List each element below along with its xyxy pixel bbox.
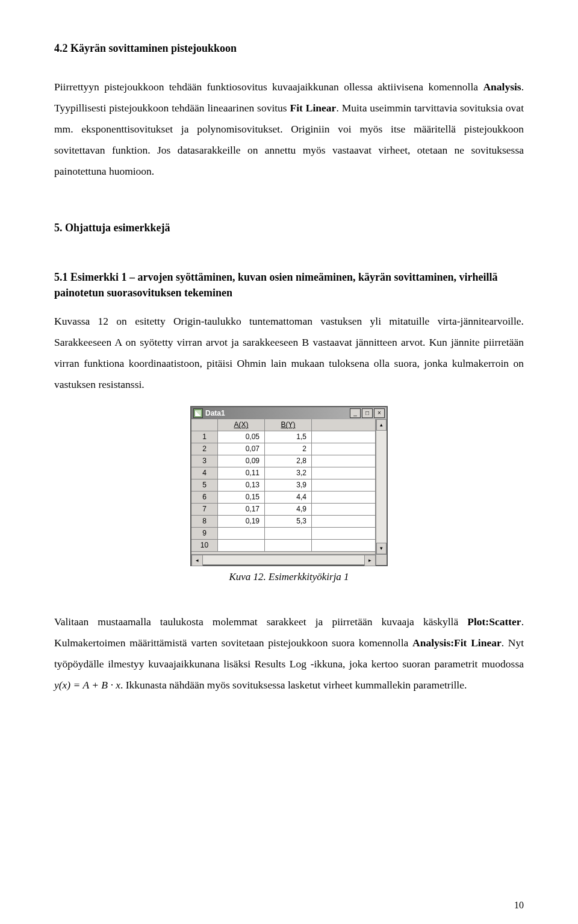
table-row[interactable]: 9 [191,528,375,540]
table-row[interactable]: 30,092,8 [191,455,375,467]
paragraph-2: Kuvassa 12 on esitetty Origin-taulukko t… [54,311,524,395]
worksheet-grid[interactable]: A(X) B(Y) 10,051,520,07230,092,840,113,2… [191,419,376,554]
close-button[interactable]: × [374,408,385,418]
section-4-2-heading: 4.2 Käyrän sovittaminen pistejoukkoon [54,42,524,55]
cell[interactable]: 4,9 [265,504,312,516]
cell[interactable]: 0,13 [218,479,265,492]
section-5-heading: 5. Ohjattuja esimerkkejä [54,222,524,234]
cell[interactable]: 0,17 [218,504,265,516]
cell-filler [312,467,375,479]
window-title: Data1 [205,409,350,417]
table-row[interactable]: 10,051,5 [191,431,375,443]
cell[interactable]: 2,8 [265,455,312,467]
paragraph-1: Piirrettyyn pistejoukkoon tehdään funkti… [54,76,524,182]
table-row[interactable]: 10 [191,540,375,552]
cell[interactable]: 3,2 [265,467,312,479]
cell[interactable]: 0,15 [218,492,265,504]
cell[interactable] [218,540,265,552]
cell-filler [312,504,375,516]
vertical-scrollbar[interactable]: ▴ ▾ [376,419,387,554]
row-header[interactable]: 10 [191,540,218,552]
cell[interactable]: 4,4 [265,492,312,504]
cell[interactable]: 0,05 [218,431,265,443]
scroll-track[interactable] [203,555,364,565]
text: . Ikkunasta nähdään myös sovituksessa la… [120,679,467,691]
cell-filler [312,443,375,455]
text-bold-analysis: Analysis [483,81,521,93]
page-number: 10 [514,900,524,911]
header-filler [312,419,375,431]
table-row[interactable]: 50,133,9 [191,479,375,492]
row-header[interactable]: 5 [191,479,218,492]
cell[interactable] [265,540,312,552]
cell[interactable] [265,528,312,540]
cell-filler [312,516,375,528]
scroll-track[interactable] [376,431,387,543]
text: Piirrettyyn pistejoukkoon tehdään funkti… [54,81,483,93]
table-row[interactable]: 70,174,9 [191,504,375,516]
corner-cell[interactable] [191,419,218,431]
row-header[interactable]: 7 [191,504,218,516]
cell[interactable] [218,528,265,540]
cell[interactable]: 1,5 [265,431,312,443]
cell-filler [312,528,375,540]
formula: y(x) = A + B · x [54,679,120,691]
cell-filler [312,540,375,552]
cell-filler [312,479,375,492]
text-bold-analysis-fit-linear: Analysis:Fit Linear [412,637,502,649]
maximize-button[interactable]: □ [362,408,373,418]
cell[interactable]: 2 [265,443,312,455]
table-row[interactable]: 60,154,4 [191,492,375,504]
paragraph-3: Valitaan mustaamalla taulukosta molemmat… [54,611,524,696]
section-5-1-heading: 5.1 Esimerkki 1 – arvojen syöttäminen, k… [54,269,524,301]
row-header[interactable]: 8 [191,516,218,528]
row-header[interactable]: 4 [191,467,218,479]
horizontal-scrollbar[interactable]: ◂ ▸ [191,554,387,565]
row-header[interactable]: 6 [191,492,218,504]
table-row[interactable]: 80,195,3 [191,516,375,528]
cell[interactable]: 0,07 [218,443,265,455]
cell[interactable]: 0,19 [218,516,265,528]
cell[interactable]: 5,3 [265,516,312,528]
titlebar[interactable]: Data1 _ □ × [191,406,387,419]
table-row[interactable]: 40,113,2 [191,467,375,479]
table-row[interactable]: 20,072 [191,443,375,455]
cell[interactable]: 3,9 [265,479,312,492]
cell[interactable]: 0,11 [218,467,265,479]
minimize-button[interactable]: _ [350,408,361,418]
scroll-left-icon[interactable]: ◂ [191,555,203,566]
row-header[interactable]: 2 [191,443,218,455]
data1-window: Data1 _ □ × A(X) B(Y) 10,051,520,07230,0… [190,406,388,566]
column-header-a[interactable]: A(X) [218,419,265,431]
text: Valitaan mustaamalla taulukosta molemmat… [54,616,467,628]
scroll-right-icon[interactable]: ▸ [364,555,376,566]
row-header[interactable]: 1 [191,431,218,443]
column-header-b[interactable]: B(Y) [265,419,312,431]
cell-filler [312,455,375,467]
scroll-corner [376,555,387,565]
row-header[interactable]: 9 [191,528,218,540]
cell-filler [312,492,375,504]
text-bold-fit-linear: Fit Linear [290,102,337,114]
cell[interactable]: 0,09 [218,455,265,467]
figure-12-caption: Kuva 12. Esimerkkityökirja 1 [54,571,524,583]
row-header[interactable]: 3 [191,455,218,467]
scroll-up-icon[interactable]: ▴ [376,419,387,431]
text-bold-plot-scatter: Plot:Scatter [467,616,521,628]
cell-filler [312,431,375,443]
scroll-down-icon[interactable]: ▾ [376,543,387,554]
app-icon [193,408,203,418]
